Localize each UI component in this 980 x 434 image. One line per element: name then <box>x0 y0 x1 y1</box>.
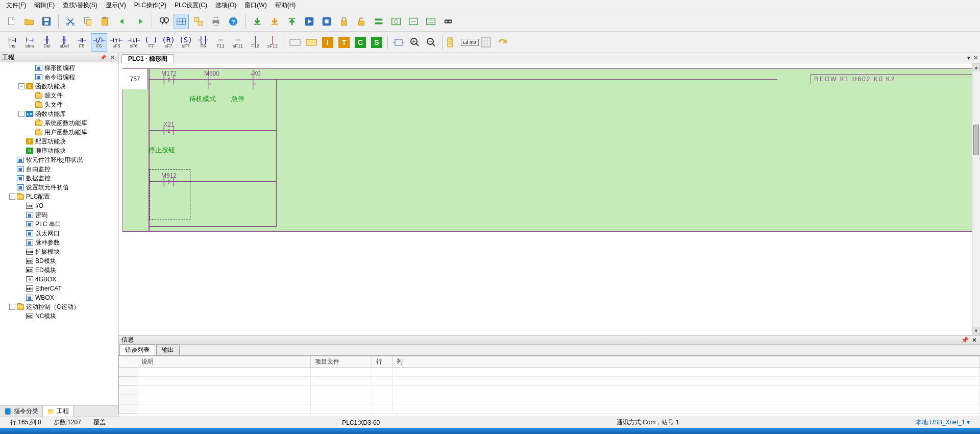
menu-search[interactable]: 查找\替换(S) <box>59 0 101 11</box>
col-row[interactable]: 行 <box>372 356 393 368</box>
tree-node[interactable]: 系统函数功能库 <box>0 118 118 128</box>
tree-node[interactable]: -EX函数功能库 <box>0 109 118 118</box>
tree-node[interactable]: -运动控制（C运动） <box>0 302 118 311</box>
scrollbar-thumb[interactable] <box>973 125 979 155</box>
tree-node[interactable]: ▦以太网口 <box>0 229 118 238</box>
tab-output[interactable]: 输出 <box>156 344 180 355</box>
upload-button[interactable] <box>284 14 300 29</box>
ladder-editor[interactable]: 757 M172 ┤↑├ M500 ┤ ├ X0 ┤ ├ 待机模式 急停 REG… <box>118 63 980 335</box>
tree-node[interactable]: 头文件 <box>0 100 118 109</box>
lock-button[interactable] <box>336 14 352 29</box>
tree-node[interactable]: 44GBOX <box>0 275 118 284</box>
help-button[interactable]: ? <box>226 14 241 29</box>
scroll-down-icon[interactable]: ▼ <box>972 327 980 335</box>
col-col[interactable]: 列 <box>393 356 980 368</box>
contact-no[interactable]: ┤ ├ <box>251 74 263 84</box>
inst-sf12[interactable]: │sF12 <box>264 33 281 52</box>
tree-node[interactable]: ▦WBOX <box>0 293 118 302</box>
tree-node[interactable]: ▦自由监控 <box>0 164 118 174</box>
tree-node[interactable]: 000扩展模块 <box>0 247 118 256</box>
tree-node[interactable]: EDED模块 <box>0 266 118 275</box>
inst-S[interactable]: S <box>369 35 384 50</box>
window-button[interactable] <box>191 14 206 29</box>
tree-node[interactable]: 源文件 <box>0 91 118 100</box>
ladder-edit-button[interactable] <box>174 14 189 29</box>
inst-f8[interactable]: ┤├F8 <box>195 33 211 52</box>
inst-f5[interactable]: ⊣⊢F5 <box>74 33 90 52</box>
tree-toggle-icon[interactable]: - <box>18 111 24 117</box>
inst-sf11[interactable]: ─sF11 <box>230 33 246 52</box>
redo-button[interactable] <box>132 14 148 29</box>
inst-sins[interactable]: ⊦⊣sIns <box>21 33 38 52</box>
inst-sf7b[interactable]: (S)sF7 <box>178 33 194 52</box>
tree-node[interactable]: S顺序功能块 <box>0 146 118 155</box>
tree-toggle-icon[interactable]: - <box>9 194 15 200</box>
inst-sdel[interactable]: ╫sDel <box>56 33 72 52</box>
tab-project[interactable]: 📁工程 <box>43 406 74 417</box>
inst-input-button[interactable]: Ld m0 <box>462 35 477 50</box>
project-tree[interactable]: ▦梯形图编程▦命令语编程-C函数功能块源文件头文件-EX函数功能库系统函数功能库… <box>0 62 118 405</box>
contact-no-falling[interactable]: ┤↓├ <box>163 125 175 135</box>
inst-block2[interactable] <box>304 35 319 50</box>
copy-button[interactable] <box>80 14 95 29</box>
tree-node[interactable]: ethEtherCAT <box>0 284 118 293</box>
scroll-up-icon[interactable]: ▲ <box>972 63 980 71</box>
tree-node[interactable]: -C函数功能块 <box>0 82 118 91</box>
doc-close-icon[interactable]: ✕ <box>973 55 978 61</box>
col-file[interactable]: 项目文件 <box>311 356 372 368</box>
zoom-fit-button[interactable] <box>391 35 406 50</box>
menu-help[interactable]: 帮助(H) <box>271 0 300 11</box>
stop-button[interactable] <box>319 14 334 29</box>
tree-node[interactable]: ▦数据监控 <box>0 174 118 183</box>
menu-plc-op[interactable]: PLC操作(P) <box>130 0 170 11</box>
inst-sf6[interactable]: ⊣↓⊢sF6 <box>126 33 142 52</box>
inst-I1[interactable]: I <box>320 35 335 50</box>
tree-node[interactable]: ▦密码 <box>0 210 118 220</box>
tree-toggle-icon[interactable]: - <box>9 304 15 310</box>
menu-plc-cfg[interactable]: PLC设置(C) <box>170 0 211 11</box>
tab-error-list[interactable]: 错误列表 <box>119 344 155 355</box>
inst-ins[interactable]: ⊦⊣Ins <box>4 33 20 52</box>
tree-node[interactable]: -PLC配置 <box>0 192 118 201</box>
zoom-out-button[interactable] <box>424 35 439 50</box>
menu-window[interactable]: 窗口(W) <box>240 0 271 11</box>
tree-node[interactable]: 用户函数功能库 <box>0 128 118 137</box>
tree-node[interactable]: BDBD模块 <box>0 256 118 266</box>
tree-node[interactable]: I/0I/O <box>0 201 118 210</box>
inst-list-button[interactable] <box>446 35 461 50</box>
contact-no-rising[interactable]: ┤↑├ <box>163 74 175 84</box>
tree-node[interactable]: ▦命令语编程 <box>0 73 118 82</box>
inst-del[interactable]: ╫Del <box>39 33 55 52</box>
compile-button[interactable] <box>371 14 386 29</box>
monitor2-button[interactable] <box>406 14 421 29</box>
doc-dropdown-icon[interactable]: ▾ <box>967 55 970 61</box>
inst-sf5[interactable]: ⊣↑⊢sF5 <box>108 33 125 52</box>
tree-node[interactable]: ▦设置软元件初值 <box>0 183 118 192</box>
document-tab-plc1[interactable]: PLC1 - 梯形图 <box>121 54 174 63</box>
inst-T[interactable]: T <box>336 35 352 50</box>
tree-toggle-icon[interactable]: - <box>18 83 24 89</box>
inst-f12[interactable]: │F12 <box>247 33 263 52</box>
inst-refresh-button[interactable] <box>495 35 510 50</box>
unlock-button[interactable] <box>354 14 369 29</box>
info-close-icon[interactable]: ✕ <box>972 336 977 344</box>
tree-node[interactable]: ▦脉冲参数 <box>0 238 118 247</box>
output-instruction[interactable]: REGW K1 H602 K0 K2 <box>811 74 974 84</box>
monitor1-button[interactable] <box>388 14 404 29</box>
col-description[interactable]: 说明 <box>137 356 311 368</box>
menu-file[interactable]: 文件(F) <box>2 0 30 11</box>
undo-button[interactable] <box>115 14 130 29</box>
cut-button[interactable] <box>63 14 78 29</box>
tree-node[interactable]: T配置功能块 <box>0 137 118 146</box>
tree-node[interactable]: ▦梯形图编程 <box>0 63 118 73</box>
inst-block1[interactable] <box>287 35 303 50</box>
contact-no[interactable]: ┤ ├ <box>206 74 218 84</box>
menu-options[interactable]: 选项(O) <box>211 0 240 11</box>
status-local-link[interactable]: 本地:USB_Xnet_1 ▾ <box>910 418 976 427</box>
device-button[interactable] <box>440 14 456 29</box>
info-pin-icon[interactable]: 📌 <box>961 336 969 344</box>
download-partial-button[interactable] <box>267 14 282 29</box>
tab-instruction-category[interactable]: 📘指令分类 <box>0 406 43 417</box>
monitor3-button[interactable] <box>423 14 438 29</box>
menu-edit[interactable]: 编辑(E) <box>30 0 59 11</box>
